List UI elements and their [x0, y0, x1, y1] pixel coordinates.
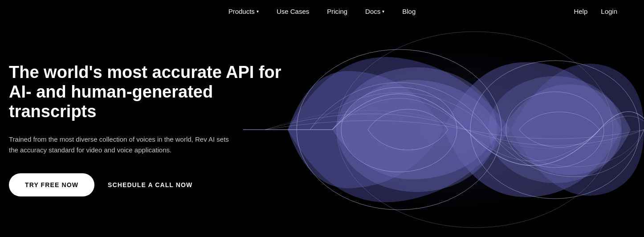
- nav-item-help[interactable]: Help: [574, 8, 587, 15]
- nav-center: Products ▾ Use Cases Pricing Docs ▾ Blog: [228, 8, 416, 15]
- chevron-down-icon-docs: ▾: [382, 9, 384, 14]
- navbar: Products ▾ Use Cases Pricing Docs ▾ Blog…: [0, 0, 644, 22]
- hero-section: The world's most accurate API for AI- an…: [0, 22, 644, 237]
- nav-label-help: Help: [574, 8, 587, 15]
- svg-point-2: [488, 76, 622, 183]
- nav-item-products[interactable]: Products ▾: [228, 8, 259, 15]
- nav-label-pricing: Pricing: [327, 8, 347, 15]
- wave-svg: [243, 22, 644, 237]
- hero-subtitle: Trained from the most diverse collection…: [9, 134, 232, 155]
- hero-title: The world's most accurate API for AI- an…: [9, 63, 285, 121]
- nav-item-use-cases[interactable]: Use Cases: [277, 8, 309, 15]
- nav-label-login: Login: [601, 8, 617, 15]
- nav-label-products: Products: [228, 8, 255, 15]
- wave-visualization: [243, 22, 644, 237]
- nav-right: Help Login: [574, 8, 617, 15]
- nav-item-pricing[interactable]: Pricing: [327, 8, 347, 15]
- hero-buttons: TRY FREE NOW SCHEDULE A CALL NOW: [9, 173, 285, 196]
- nav-label-docs: Docs: [365, 8, 380, 15]
- schedule-call-button[interactable]: SCHEDULE A CALL NOW: [108, 181, 192, 188]
- svg-point-1: [337, 67, 497, 192]
- try-free-button[interactable]: TRY FREE NOW: [9, 173, 94, 196]
- nav-label-use-cases: Use Cases: [277, 8, 309, 15]
- nav-item-login[interactable]: Login: [601, 8, 617, 15]
- nav-label-blog: Blog: [402, 8, 416, 15]
- hero-content: The world's most accurate API for AI- an…: [0, 63, 285, 196]
- nav-item-docs[interactable]: Docs ▾: [365, 8, 384, 15]
- chevron-down-icon: ▾: [257, 9, 259, 14]
- nav-item-blog[interactable]: Blog: [402, 8, 416, 15]
